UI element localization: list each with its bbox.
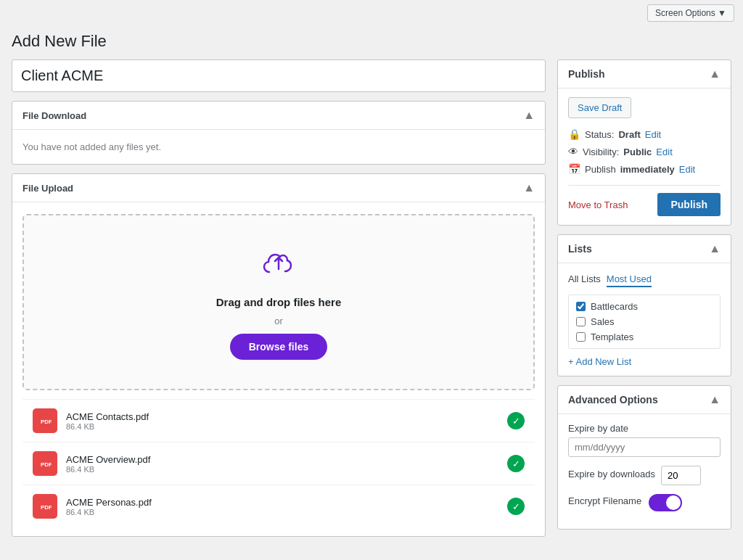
visibility-icon: 👁 bbox=[568, 146, 578, 157]
file-upload-panel: File Upload ▲ Drag and drop files here o… bbox=[12, 173, 546, 537]
publish-panel-body: Save Draft 🔒 Status: Draft Edit 👁 Visibi… bbox=[558, 88, 731, 225]
move-to-trash-link[interactable]: Move to Trash bbox=[568, 199, 628, 210]
file-upload-title: File Upload bbox=[22, 183, 73, 194]
templates-checkbox[interactable] bbox=[576, 332, 586, 342]
lists-tabs: All Lists Most Used bbox=[568, 272, 721, 287]
visibility-row: 👁 Visibility: Public Edit bbox=[568, 143, 721, 160]
browse-files-button[interactable]: Browse files bbox=[230, 334, 327, 360]
visibility-value: Public bbox=[623, 147, 652, 157]
file-upload-header: File Upload ▲ bbox=[12, 174, 545, 202]
file-item: PDF ACME Contacts.pdf 86.4 KB ✓ bbox=[22, 399, 535, 442]
pdf-icon: PDF bbox=[33, 408, 57, 433]
empty-message: You have not added any files yet. bbox=[22, 139, 535, 155]
main-content: File Download ▲ You have not added any f… bbox=[12, 59, 546, 537]
templates-checkbox-item[interactable]: Templates bbox=[576, 332, 713, 342]
upload-cloud-icon bbox=[259, 244, 298, 289]
file-info: ACME Contacts.pdf 86.4 KB bbox=[66, 411, 507, 431]
status-edit-link[interactable]: Edit bbox=[645, 129, 661, 140]
status-value: Draft bbox=[618, 129, 640, 140]
all-lists-tab[interactable]: All Lists bbox=[568, 272, 601, 287]
svg-text:PDF: PDF bbox=[41, 419, 52, 425]
file-status-icon: ✓ bbox=[507, 455, 525, 472]
publish-button[interactable]: Publish bbox=[657, 193, 721, 216]
pdf-icon: PDF bbox=[33, 494, 57, 519]
file-info: ACME Overview.pdf 86.4 KB bbox=[66, 454, 507, 474]
sidebar: Publish ▲ Save Draft 🔒 Status: Draft Edi… bbox=[557, 59, 731, 537]
file-item: PDF ACME Personas.pdf 86.4 KB ✓ bbox=[22, 485, 535, 527]
expire-downloads-group: Expire by downloads bbox=[568, 466, 721, 485]
advanced-options-body: Expire by date Expire by downloads Encry… bbox=[558, 414, 731, 529]
file-download-body: You have not added any files yet. bbox=[12, 130, 545, 164]
or-text: or bbox=[274, 316, 283, 326]
status-icon: 🔒 bbox=[568, 128, 580, 140]
advanced-options-header: Advanced Options ▲ bbox=[558, 386, 731, 414]
advanced-options-panel: Advanced Options ▲ Expire by date Expire… bbox=[557, 385, 731, 530]
publish-time-edit-link[interactable]: Edit bbox=[679, 164, 695, 175]
file-size: 86.4 KB bbox=[66, 465, 507, 474]
file-name: ACME Personas.pdf bbox=[66, 497, 507, 508]
file-size: 86.4 KB bbox=[66, 508, 507, 516]
file-status-icon: ✓ bbox=[507, 498, 525, 515]
lists-panel-title: Lists bbox=[568, 243, 592, 255]
lists-panel: Lists ▲ All Lists Most Used Battlecards … bbox=[557, 234, 731, 376]
status-label: Status: bbox=[585, 129, 614, 140]
sales-label: Sales bbox=[591, 316, 615, 327]
file-upload-body: Drag and drop files here or Browse files… bbox=[12, 202, 545, 536]
lists-panel-body: All Lists Most Used Battlecards Sales Te… bbox=[558, 263, 731, 376]
expire-downloads-label: Expire by downloads bbox=[568, 469, 655, 479]
file-download-toggle[interactable]: ▲ bbox=[523, 109, 535, 122]
file-list: PDF ACME Contacts.pdf 86.4 KB ✓ PDF bbox=[22, 399, 535, 527]
battlecards-checkbox[interactable] bbox=[576, 302, 586, 311]
pdf-icon: PDF bbox=[33, 451, 57, 476]
publish-time-row: 📅 Publish immediately Edit bbox=[568, 160, 721, 178]
drag-drop-text: Drag and drop files here bbox=[216, 296, 342, 308]
file-download-panel: File Download ▲ You have not added any f… bbox=[12, 101, 546, 165]
save-draft-button[interactable]: Save Draft bbox=[568, 97, 631, 118]
expire-downloads-input[interactable] bbox=[661, 466, 701, 485]
encrypt-filename-group: Encrypt Filename bbox=[568, 494, 721, 511]
publish-time-value: immediately bbox=[620, 164, 675, 175]
encrypt-filename-label: Encrypt Filename bbox=[568, 495, 641, 506]
file-title-input[interactable] bbox=[12, 59, 546, 92]
battlecards-label: Battlecards bbox=[591, 301, 638, 312]
advanced-toggle-icon[interactable]: ▲ bbox=[709, 393, 721, 406]
most-used-tab[interactable]: Most Used bbox=[607, 272, 652, 287]
templates-label: Templates bbox=[591, 332, 633, 342]
file-name: ACME Contacts.pdf bbox=[66, 411, 507, 422]
file-item: PDF ACME Overview.pdf 86.4 KB ✓ bbox=[22, 442, 535, 485]
publish-footer: Move to Trash Publish bbox=[568, 185, 721, 216]
file-download-title: File Download bbox=[22, 110, 86, 121]
publish-toggle-icon[interactable]: ▲ bbox=[709, 67, 721, 81]
advanced-options-title: Advanced Options bbox=[568, 394, 658, 405]
status-row: 🔒 Status: Draft Edit bbox=[568, 125, 721, 143]
publish-panel: Publish ▲ Save Draft 🔒 Status: Draft Edi… bbox=[557, 59, 731, 226]
file-download-header: File Download ▲ bbox=[12, 102, 545, 130]
sales-checkbox-item[interactable]: Sales bbox=[576, 316, 713, 327]
lists-checkboxes: Battlecards Sales Templates bbox=[568, 295, 721, 349]
file-size: 86.4 KB bbox=[66, 422, 507, 431]
add-new-list-link[interactable]: + Add New List bbox=[568, 356, 631, 367]
lists-panel-header: Lists ▲ bbox=[558, 235, 731, 263]
battlecards-checkbox-item[interactable]: Battlecards bbox=[576, 301, 713, 312]
svg-text:PDF: PDF bbox=[41, 504, 52, 511]
publish-panel-header: Publish ▲ bbox=[558, 60, 731, 88]
file-name: ACME Overview.pdf bbox=[66, 454, 507, 465]
publish-time-label: Publish bbox=[585, 164, 616, 175]
file-status-icon: ✓ bbox=[507, 412, 525, 429]
svg-text:PDF: PDF bbox=[41, 461, 52, 468]
screen-options-button[interactable]: Screen Options ▼ bbox=[647, 4, 734, 22]
expire-date-input[interactable] bbox=[568, 437, 721, 457]
page-title: Add New File bbox=[0, 26, 743, 59]
calendar-icon: 📅 bbox=[568, 163, 580, 175]
publish-panel-title: Publish bbox=[568, 68, 605, 80]
expire-date-label: Expire by date bbox=[568, 423, 721, 434]
visibility-edit-link[interactable]: Edit bbox=[656, 147, 672, 157]
sales-checkbox[interactable] bbox=[576, 317, 586, 326]
encrypt-filename-toggle[interactable] bbox=[649, 494, 682, 511]
expire-date-group: Expire by date bbox=[568, 423, 721, 457]
file-upload-toggle[interactable]: ▲ bbox=[523, 181, 535, 194]
file-info: ACME Personas.pdf 86.4 KB bbox=[66, 497, 507, 516]
visibility-label: Visibility: bbox=[583, 147, 619, 157]
lists-toggle-icon[interactable]: ▲ bbox=[709, 242, 721, 255]
upload-dropzone[interactable]: Drag and drop files here or Browse files bbox=[22, 214, 535, 390]
